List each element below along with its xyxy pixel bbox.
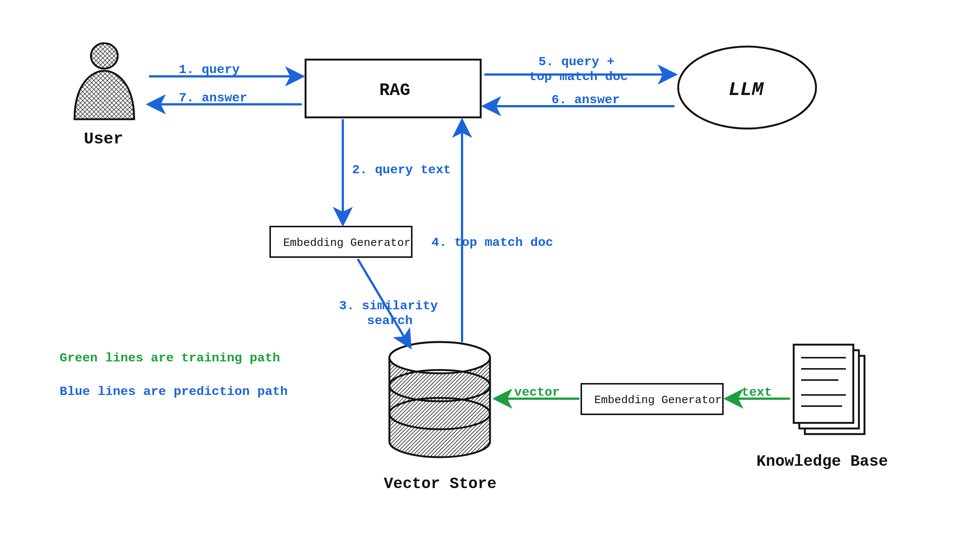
edge-answer-7-label: 7. answer [179,91,247,105]
llm-label: LLM [729,79,764,101]
vector-store-icon [390,342,490,457]
embedding-generator-bottom-label: Embedding Generator [594,394,722,406]
edge-vector-label: vector [514,385,560,399]
knowledge-base-icon [794,345,864,434]
embedding-generator-top: Embedding Generator [270,226,412,257]
edge-similarity-search-l1: 3. similarity [339,299,438,313]
knowledge-base-label: Knowledge Base [756,453,888,471]
rag-architecture-diagram: User RAG LLM Embedding Generator Vector … [0,0,980,541]
llm-node: LLM [678,46,816,129]
rag-label: RAG [379,81,410,100]
svg-point-7 [390,342,490,373]
embedding-generator-top-label: Embedding Generator [283,237,410,249]
edge-similarity-search-l2: search [367,314,412,328]
svg-point-2 [91,43,118,68]
legend-green: Green lines are training path [60,351,280,365]
edge-answer-6-label: 6. answer [552,93,620,107]
legend-blue: Blue lines are prediction path [60,385,288,399]
edge-top-match-doc-label: 4. top match doc [431,235,553,250]
edge-query-plus-doc-l1: 5. query + [538,55,614,69]
edge-query-plus-doc-l2: top match doc [529,70,628,84]
svg-rect-13 [794,345,853,423]
rag-box: RAG [305,60,481,117]
embedding-generator-bottom: Embedding Generator [581,384,723,414]
user-icon [75,43,134,119]
edge-query-label: 1. query [179,63,240,77]
edge-query-text-label: 2. query text [352,163,451,177]
edge-text-label: text [741,385,772,399]
user-label: User [84,130,123,148]
vector-store-label: Vector Store [384,475,496,493]
